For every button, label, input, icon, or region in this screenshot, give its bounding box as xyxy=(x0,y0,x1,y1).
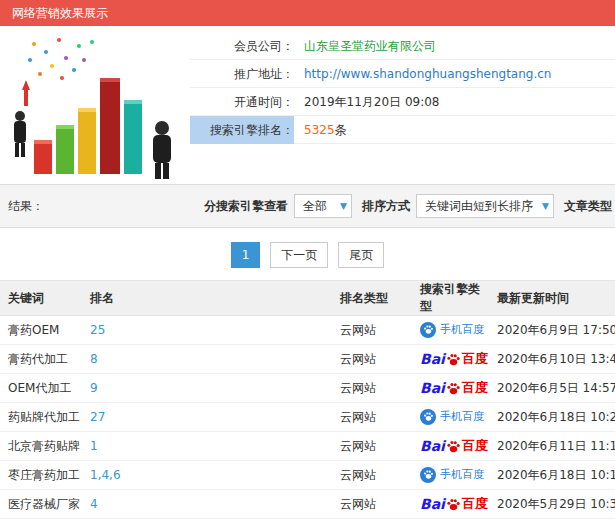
filter-controls: 分搜索引擎查看 全部 ▼ 排序方式 关键词由短到长排序 ▼ 文章类型 全部 ▼ … xyxy=(194,193,615,219)
engine-rank-unit: 条 xyxy=(335,123,347,137)
mobile-baidu-badge: 手机百度 xyxy=(420,409,484,425)
keyword-cell: 北京膏药贴牌 xyxy=(0,432,82,461)
info-section: 会员公司：山东皇圣堂药业有限公司 推广地址：http://www.shandon… xyxy=(0,26,615,184)
keyword-cell: 枣庄膏药加工 xyxy=(0,461,82,490)
table-body: 膏药OEM 25 云网站 手机百度 2020年6月9日 17:50 膏药代加工 … xyxy=(0,316,615,520)
updated-cell: 2020年6月9日 17:50 xyxy=(489,316,615,345)
company-label: 会员公司： xyxy=(190,32,294,60)
table-row: 枣庄膏药加工 1,4,6 云网站 手机百度 2020年6月18日 10:19 xyxy=(0,461,615,490)
company-row: 会员公司：山东皇圣堂药业有限公司 xyxy=(190,32,615,60)
baidu-logo-cn: 百度 xyxy=(462,495,488,513)
baidu-logo-cn: 百度 xyxy=(462,379,488,397)
sort-filter-select[interactable]: 关键词由短到长排序 ▼ xyxy=(416,194,554,218)
mobile-baidu-label: 手机百度 xyxy=(440,322,484,337)
result-label: 结果： xyxy=(8,198,44,215)
rank-link[interactable]: 8 xyxy=(90,352,98,366)
engine-type-cell: Bai 百度 xyxy=(412,490,489,519)
open-time-label: 开通时间： xyxy=(190,88,294,116)
baidu-paw-icon xyxy=(420,467,436,483)
rank-link[interactable]: 27 xyxy=(90,410,105,424)
titlebar: 网络营销效果展示 xyxy=(0,0,615,26)
info-rows: 会员公司：山东皇圣堂药业有限公司 推广地址：http://www.shandon… xyxy=(190,26,615,144)
results-table: 关键词 排名 排名类型 搜索引擎类型 最新更新时间 膏药OEM 25 云网站 手… xyxy=(0,280,615,520)
col-updated: 最新更新时间 xyxy=(489,281,615,316)
engine-type-cell: Bai 百度 xyxy=(412,345,489,374)
updated-cell: 2020年6月5日 14:57 xyxy=(489,374,615,403)
mobile-baidu-badge: 手机百度 xyxy=(420,322,484,338)
keyword-cell: OEM代加工 xyxy=(0,374,82,403)
table-row: 药贴牌代加工 27 云网站 手机百度 2020年6月18日 10:25 xyxy=(0,403,615,432)
col-rank-type: 排名类型 xyxy=(332,281,412,316)
rank-link[interactable]: 1 xyxy=(90,439,98,453)
rank-cell: 9 xyxy=(82,374,332,403)
engine-type-cell: Bai 百度 xyxy=(412,432,489,461)
baidu-logo: Bai 百度 xyxy=(420,437,488,455)
engine-filter-label: 分搜索引擎查看 xyxy=(204,198,288,215)
baidu-paw-icon xyxy=(446,439,461,454)
promo-url-label: 推广地址： xyxy=(190,60,294,88)
rank-link[interactable]: 25 xyxy=(90,323,105,337)
chevron-down-icon: ▼ xyxy=(542,201,549,211)
chart-illustration xyxy=(4,32,186,180)
baidu-paw-icon xyxy=(420,322,436,338)
baidu-logo-en: Bai xyxy=(420,351,445,367)
updated-cell: 2020年6月18日 10:25 xyxy=(489,403,615,432)
rank-cell: 27 xyxy=(82,403,332,432)
type-filter-label: 文章类型 xyxy=(564,198,612,215)
engine-rank-row: 搜索引擎排名：5325条 xyxy=(190,116,615,144)
table-row: 膏药代加工 8 云网站 Bai 百度 2020年6月10日 13:40 xyxy=(0,345,615,374)
rank-type-cell: 云网站 xyxy=(332,403,412,432)
engine-type-cell: 手机百度 xyxy=(412,403,489,432)
rank-cell: 1 xyxy=(82,432,332,461)
keyword-cell: 膏药OEM xyxy=(0,316,82,345)
rank-cell: 25 xyxy=(82,316,332,345)
rank-type-cell: 云网站 xyxy=(332,432,412,461)
last-page-button[interactable]: 尾页 xyxy=(338,242,384,268)
rank-link[interactable]: 9 xyxy=(90,381,98,395)
engine-type-cell: Bai 百度 xyxy=(412,374,489,403)
engine-rank-label: 搜索引擎排名： xyxy=(190,116,294,144)
rank-type-cell: 云网站 xyxy=(332,461,412,490)
rank-link[interactable]: 1,4,6 xyxy=(90,468,121,482)
page-title: 网络营销效果展示 xyxy=(12,6,108,20)
rank-type-cell: 云网站 xyxy=(332,345,412,374)
table-header-row: 关键词 排名 排名类型 搜索引擎类型 最新更新时间 xyxy=(0,281,615,316)
engine-type-cell: 手机百度 xyxy=(412,316,489,345)
next-page-button[interactable]: 下一页 xyxy=(270,242,328,268)
baidu-paw-icon xyxy=(446,352,461,367)
pagination: 1 下一页 尾页 xyxy=(0,228,615,280)
baidu-logo: Bai 百度 xyxy=(420,495,488,513)
col-keyword: 关键词 xyxy=(0,281,82,316)
baidu-logo-en: Bai xyxy=(420,438,445,454)
baidu-logo-en: Bai xyxy=(420,496,445,512)
promo-url-link[interactable]: http://www.shandonghuangshengtang.cn xyxy=(304,67,551,81)
engine-rank-count: 5325 xyxy=(304,123,335,137)
company-link[interactable]: 山东皇圣堂药业有限公司 xyxy=(304,39,436,53)
engine-type-cell: 手机百度 xyxy=(412,461,489,490)
page-1-button[interactable]: 1 xyxy=(231,242,261,268)
rank-link[interactable]: 4 xyxy=(90,497,98,511)
rank-cell: 1,4,6 xyxy=(82,461,332,490)
updated-cell: 2020年6月11日 11:18 xyxy=(489,432,615,461)
engine-filter-select[interactable]: 全部 ▼ xyxy=(294,194,352,218)
engine-filter-value: 全部 xyxy=(303,198,327,215)
rank-cell: 8 xyxy=(82,345,332,374)
promo-url-row: 推广地址：http://www.shandonghuangshengtang.c… xyxy=(190,60,615,88)
baidu-logo: Bai 百度 xyxy=(420,350,488,368)
rank-type-cell: 云网站 xyxy=(332,374,412,403)
chevron-down-icon: ▼ xyxy=(340,201,347,211)
sort-filter-value: 关键词由短到长排序 xyxy=(425,198,533,215)
baidu-logo-cn: 百度 xyxy=(462,437,488,455)
sort-filter-label: 排序方式 xyxy=(362,198,410,215)
updated-cell: 2020年6月10日 13:40 xyxy=(489,345,615,374)
table-row: 医疗器械厂家 4 云网站 Bai 百度 2020年5月29日 10:32 xyxy=(0,490,615,519)
mobile-baidu-badge: 手机百度 xyxy=(420,467,484,483)
keyword-cell: 医疗器械厂家 xyxy=(0,490,82,519)
col-rank: 排名 xyxy=(82,281,332,316)
baidu-logo-en: Bai xyxy=(420,380,445,396)
baidu-paw-icon xyxy=(446,381,461,396)
baidu-logo-cn: 百度 xyxy=(462,350,488,368)
rank-cell: 4 xyxy=(82,490,332,519)
updated-cell: 2020年6月18日 10:19 xyxy=(489,461,615,490)
baidu-paw-icon xyxy=(446,497,461,512)
